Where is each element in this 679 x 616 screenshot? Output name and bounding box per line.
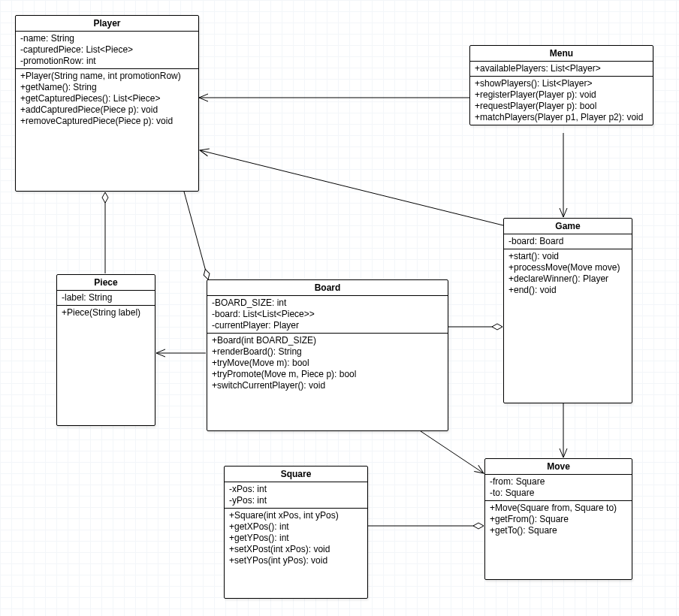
class-title: Piece — [57, 275, 155, 291]
class-methods: +Move(Square from, Square to) +getFrom()… — [485, 501, 632, 538]
class-attributes: -BOARD_SIZE: int -board: List<List<Piece… — [207, 296, 448, 334]
class-title: Game — [504, 219, 632, 234]
class-title: Move — [485, 459, 632, 475]
class-piece[interactable]: Piece -label: String +Piece(String label… — [56, 274, 155, 426]
class-attributes: -xPos: int -yPos: int — [225, 482, 367, 509]
class-attributes: -label: String — [57, 291, 155, 306]
class-title: Board — [207, 280, 448, 296]
class-player[interactable]: Player -name: String -capturedPiece: Lis… — [15, 15, 199, 192]
class-attributes: +availablePlayers: List<Player> — [470, 62, 653, 77]
class-title: Player — [16, 16, 198, 32]
class-square[interactable]: Square -xPos: int -yPos: int +Square(int… — [224, 466, 368, 599]
class-move[interactable]: Move -from: Square -to: Square +Move(Squ… — [484, 458, 632, 580]
rel-board-player — [184, 192, 208, 279]
class-menu[interactable]: Menu +availablePlayers: List<Player> +sh… — [469, 45, 653, 125]
rel-game-player — [200, 150, 503, 225]
class-methods: +start(): void +processMove(Move move) +… — [504, 249, 632, 297]
class-methods: +showPlayers(): List<Player> +registerPl… — [470, 77, 653, 125]
class-methods: +Player(String name, int promotionRow) +… — [16, 69, 198, 128]
class-title: Square — [225, 467, 367, 482]
class-attributes: -board: Board — [504, 234, 632, 249]
class-methods: +Piece(String label) — [57, 306, 155, 320]
class-methods: +Square(int xPos, int yPos) +getXPos(): … — [225, 509, 367, 568]
class-title: Menu — [470, 46, 653, 62]
class-attributes: -name: String -capturedPiece: List<Piece… — [16, 32, 198, 69]
rel-board-move — [421, 431, 484, 473]
class-attributes: -from: Square -to: Square — [485, 475, 632, 501]
class-board[interactable]: Board -BOARD_SIZE: int -board: List<List… — [207, 279, 448, 431]
class-methods: +Board(int BOARD_SIZE) +renderBoard(): S… — [207, 334, 448, 393]
class-game[interactable]: Game -board: Board +start(): void +proce… — [503, 218, 632, 403]
